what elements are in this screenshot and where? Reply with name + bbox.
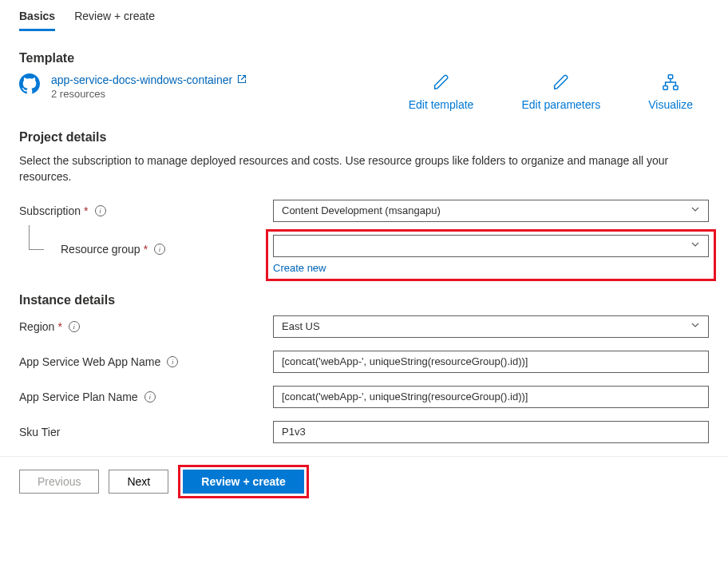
previous-button: Previous <box>19 470 99 494</box>
info-icon[interactable]: i <box>144 391 156 403</box>
plan-name-input[interactable] <box>273 386 709 408</box>
project-details-description: Select the subscription to manage deploy… <box>19 153 709 185</box>
tab-review-create[interactable]: Review + create <box>74 6 155 31</box>
hierarchy-icon <box>662 73 679 93</box>
template-name-link[interactable]: app-service-docs-windows-container <box>51 73 247 86</box>
svg-rect-1 <box>663 86 668 90</box>
edit-parameters-button[interactable]: Edit parameters <box>521 73 600 111</box>
required-asterisk: * <box>57 320 61 333</box>
resource-group-select[interactable] <box>273 235 709 257</box>
region-value: East US <box>282 320 320 332</box>
footer-bar: Previous Next Review + create <box>0 456 728 506</box>
pencil-icon <box>433 73 450 93</box>
info-icon[interactable]: i <box>95 205 106 216</box>
visualize-button[interactable]: Visualize <box>648 73 693 111</box>
info-icon[interactable]: i <box>69 321 80 332</box>
region-label: Region <box>19 320 54 333</box>
svg-rect-2 <box>674 86 679 90</box>
pencil-icon <box>552 73 570 93</box>
plan-name-label: App Service Plan Name <box>19 391 138 403</box>
next-button[interactable]: Next <box>109 470 168 494</box>
sku-label: Sku Tier <box>19 426 60 438</box>
template-resource-count: 2 resources <box>51 88 247 100</box>
chevron-down-icon <box>690 204 700 216</box>
subscription-label: Subscription <box>19 204 81 217</box>
tab-basics[interactable]: Basics <box>19 6 55 31</box>
info-icon[interactable]: i <box>154 244 165 255</box>
visualize-label: Visualize <box>648 98 693 111</box>
required-asterisk: * <box>84 204 88 217</box>
edit-template-button[interactable]: Edit template <box>409 73 474 111</box>
info-icon[interactable]: i <box>167 356 178 367</box>
region-select[interactable]: East US <box>273 315 709 338</box>
template-name-text: app-service-docs-windows-container <box>51 73 232 86</box>
edit-parameters-label: Edit parameters <box>521 98 600 111</box>
edit-template-label: Edit template <box>409 98 474 111</box>
external-link-icon <box>237 73 247 86</box>
chevron-down-icon <box>690 240 700 252</box>
sku-input[interactable] <box>273 421 709 443</box>
create-new-link[interactable]: Create new <box>273 262 709 274</box>
tabs-bar: Basics Review + create <box>19 0 709 32</box>
project-details-heading: Project details <box>19 130 709 145</box>
review-create-button[interactable]: Review + create <box>183 470 303 494</box>
subscription-value: Content Development (msangapu) <box>282 204 441 216</box>
required-asterisk: * <box>144 243 148 256</box>
chevron-down-icon <box>690 320 700 332</box>
resource-group-highlight: Create new <box>266 229 716 281</box>
webapp-name-input[interactable] <box>273 351 709 373</box>
subscription-select[interactable]: Content Development (msangapu) <box>273 200 709 222</box>
instance-details-heading: Instance details <box>19 293 709 307</box>
svg-rect-0 <box>668 75 673 79</box>
github-icon <box>19 73 40 97</box>
webapp-name-label: App Service Web App Name <box>19 355 160 368</box>
template-heading: Template <box>19 51 709 65</box>
review-create-highlight: Review + create <box>178 465 308 498</box>
resource-group-label: Resource group <box>61 243 140 256</box>
